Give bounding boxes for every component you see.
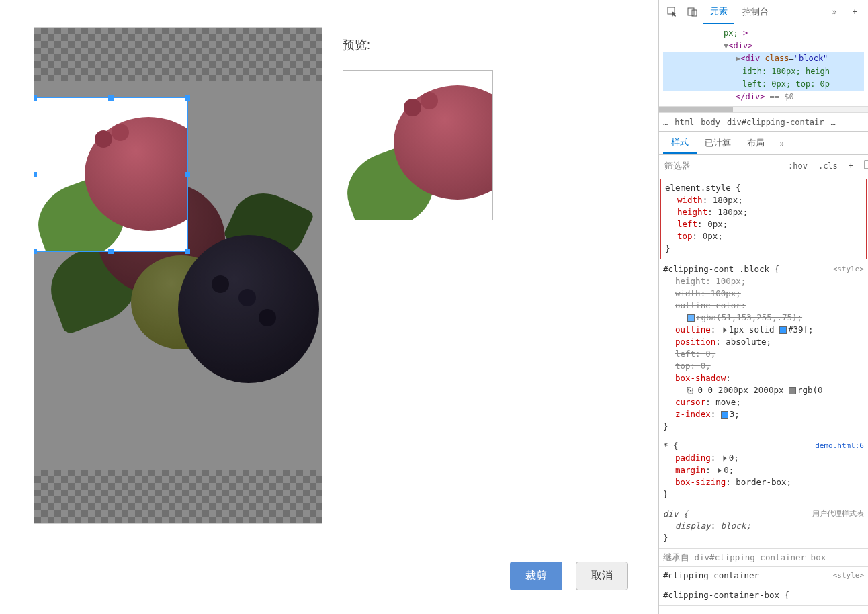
subtab-styles[interactable]: 样式 xyxy=(663,132,697,154)
rule-user-agent[interactable]: 用户代理样式表 div { display: block; } xyxy=(659,505,868,549)
styles-pane[interactable]: element.style { width: 180px; height: 18… xyxy=(659,177,868,614)
main-editor: 预览: 裁剪 取消 xyxy=(0,0,658,614)
crop-button[interactable]: 裁剪 xyxy=(510,562,562,590)
inspect-icon[interactable] xyxy=(663,3,682,21)
rule-block[interactable]: <style> #clipping-cont .block { height: … xyxy=(659,261,868,437)
preview-box xyxy=(343,70,493,220)
tab-console[interactable]: 控制台 xyxy=(736,1,775,24)
styles-subtabs: 样式 已计算 布局 » xyxy=(659,132,868,155)
inherit-label: 继承自 div#clipping-container-box xyxy=(659,549,868,567)
hov-button[interactable]: :hov xyxy=(783,159,813,173)
subtab-layout[interactable]: 布局 xyxy=(739,133,773,153)
cls-button[interactable]: .cls xyxy=(813,159,843,173)
subtab-computed[interactable]: 已计算 xyxy=(697,133,739,153)
new-rule-icon[interactable]: + xyxy=(843,159,859,173)
crop-handle-se[interactable] xyxy=(185,249,190,254)
crop-handle-w[interactable] xyxy=(34,172,37,177)
rule-clipping-container-box[interactable]: #clipping-container-box { xyxy=(659,586,868,606)
breadcrumb-more-end[interactable]: … xyxy=(831,118,836,127)
dom-tree[interactable]: px; > ▼<div> ▶<div class="block" idth: 1… xyxy=(659,24,868,106)
breadcrumb-more[interactable]: … xyxy=(663,118,668,127)
subtab-more-icon[interactable]: » xyxy=(773,134,791,152)
rule-element-style[interactable]: element.style { width: 180px; height: 18… xyxy=(660,179,867,259)
svg-rect-1 xyxy=(688,8,694,15)
crop-handle-s[interactable] xyxy=(108,249,114,254)
more-tabs-icon[interactable]: » xyxy=(825,3,844,21)
devtools-panel: 元素 控制台 » + px; > ▼<div> ▶<div class="blo… xyxy=(658,0,868,614)
breadcrumb-div[interactable]: div#clipping-contair xyxy=(727,118,824,127)
crop-handle-sw[interactable] xyxy=(34,249,37,254)
add-tab-icon[interactable]: + xyxy=(845,3,864,21)
styles-filter-row: :hov .cls + xyxy=(659,155,868,177)
device-icon[interactable] xyxy=(683,3,702,21)
cancel-button[interactable]: 取消 xyxy=(576,562,628,590)
crop-handle-nw[interactable] xyxy=(34,95,37,101)
crop-canvas[interactable] xyxy=(34,27,322,524)
dom-breadcrumb[interactable]: … html body div#clipping-contair … xyxy=(659,113,868,132)
dom-horizontal-scrollbar[interactable] xyxy=(659,106,868,113)
svg-rect-3 xyxy=(865,161,868,169)
crop-handle-e[interactable] xyxy=(185,172,190,177)
crop-handle-n[interactable] xyxy=(108,95,114,101)
rule-clipping-container[interactable]: <style> #clipping-container xyxy=(659,567,868,586)
rule-star[interactable]: demo.html:6 * { padding: 0; margin: 0; b… xyxy=(659,437,868,505)
sidebar-toggle-icon[interactable] xyxy=(859,157,868,174)
styles-filter-input[interactable] xyxy=(659,157,783,175)
crop-handle-ne[interactable] xyxy=(185,95,190,101)
preview-label: 预览: xyxy=(343,37,493,53)
tab-elements[interactable]: 元素 xyxy=(703,0,734,24)
breadcrumb-body[interactable]: body xyxy=(701,118,720,127)
crop-selection[interactable] xyxy=(34,98,187,251)
devtools-toolbar: 元素 控制台 » + xyxy=(659,0,868,24)
breadcrumb-html[interactable]: html xyxy=(675,118,694,127)
